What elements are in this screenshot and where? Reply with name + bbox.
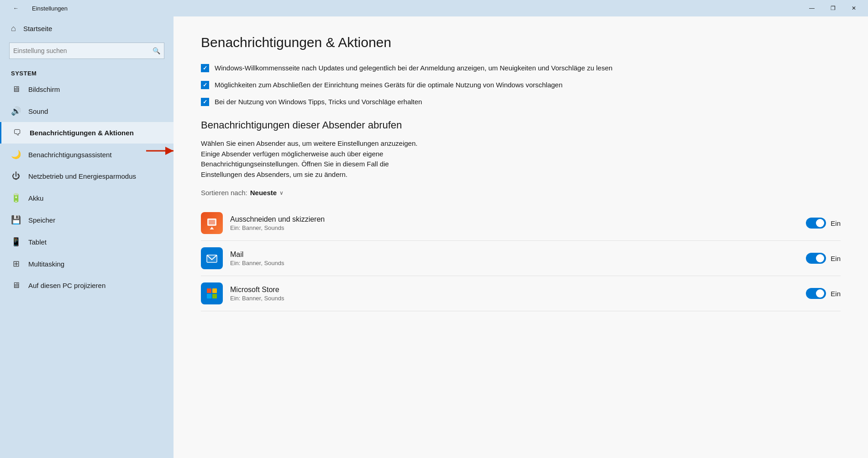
page-title: Benachrichtigungen & Aktionen	[201, 35, 841, 50]
toggle-area-snip: Ein	[806, 218, 841, 229]
section-description: Wählen Sie einen Absender aus, um weiter…	[201, 138, 841, 180]
home-label: Startseite	[23, 25, 52, 32]
sort-row: Sortieren nach: Neueste ∨	[201, 189, 841, 197]
sidebar-item-label: Benachrichtigungen & Aktionen	[30, 129, 134, 137]
akku-icon: 🔋	[11, 193, 21, 203]
sidebar-item-sound[interactable]: 🔊 Sound	[0, 100, 174, 122]
sidebar-item-speicher[interactable]: 💾 Speicher	[0, 209, 174, 231]
sidebar-item-label: Speicher	[28, 216, 55, 224]
toggle-mail[interactable]	[806, 253, 826, 264]
app-info-snip: Ausschneiden und skizzieren Ein: Banner,…	[230, 215, 799, 231]
title-bar: ← Einstellungen — ❐ ✕	[0, 0, 868, 16]
sidebar-item-netzbetrieb[interactable]: ⏻ Netzbetrieb und Energiesparmodus	[0, 165, 174, 187]
benachrichtigungen-icon: 🗨	[12, 128, 22, 138]
sidebar-item-label: Bildschirm	[28, 85, 60, 93]
checkbox-text-1: Windows-Willkommensseite nach Updates un…	[215, 63, 612, 73]
tablet-icon: 📱	[11, 237, 21, 247]
home-nav-item[interactable]: ⌂ Startseite	[0, 16, 174, 41]
app-sub-snip: Ein: Banner, Sounds	[230, 224, 799, 231]
svg-marker-3	[209, 227, 215, 229]
chevron-down-icon[interactable]: ∨	[279, 190, 284, 196]
sidebar-item-label: Sound	[28, 107, 48, 115]
app-sub-store: Ein: Banner, Sounds	[230, 295, 799, 302]
toggle-store[interactable]	[806, 288, 826, 299]
minimize-button[interactable]: —	[801, 0, 822, 16]
sidebar-item-label: Auf diesen PC projizieren	[28, 282, 105, 289]
app-icon-store	[201, 282, 223, 304]
sidebar-item-assistent[interactable]: 🌙 Benachrichtigungsassistent	[0, 144, 174, 165]
app-row-snip[interactable]: Ausschneiden und skizzieren Ein: Banner,…	[201, 206, 841, 241]
app-icon-snip	[201, 212, 223, 234]
search-icon: 🔍	[153, 47, 160, 54]
sidebar-item-benachrichtigungen[interactable]: 🗨 Benachrichtigungen & Aktionen	[0, 122, 174, 144]
checkbox-3[interactable]	[201, 98, 209, 106]
sound-icon: 🔊	[11, 106, 21, 116]
search-input[interactable]	[13, 47, 153, 54]
toggle-label-mail: Ein	[831, 255, 841, 262]
checkbox-item-2: Möglichkeiten zum Abschließen der Einric…	[201, 80, 841, 90]
close-button[interactable]: ✕	[843, 0, 864, 16]
app-info-mail: Mail Ein: Banner, Sounds	[230, 250, 799, 266]
svg-rect-8	[212, 288, 217, 293]
toggle-area-mail: Ein	[806, 253, 841, 264]
sidebar-item-label: Multitasking	[28, 260, 64, 268]
projizieren-icon: 🖥	[11, 281, 21, 290]
svg-rect-9	[207, 294, 211, 298]
netzbetrieb-icon: ⏻	[11, 171, 21, 181]
app-name-mail: Mail	[230, 250, 799, 259]
toggle-snip[interactable]	[806, 218, 826, 229]
sidebar-item-bildschirm[interactable]: 🖥 Bildschirm	[0, 79, 174, 100]
checkbox-text-2: Möglichkeiten zum Abschließen der Einric…	[215, 80, 563, 90]
sidebar-item-akku[interactable]: 🔋 Akku	[0, 187, 174, 209]
app-icon-mail	[201, 247, 223, 269]
checkbox-item-3: Bei der Nutzung von Windows Tipps, Trick…	[201, 97, 841, 107]
checkbox-item-1: Windows-Willkommensseite nach Updates un…	[201, 63, 841, 73]
window-title: Einstellungen	[32, 5, 68, 12]
speicher-icon: 💾	[11, 215, 21, 225]
checkbox-text-3: Bei der Nutzung von Windows Tipps, Trick…	[215, 97, 422, 107]
toggle-area-store: Ein	[806, 288, 841, 299]
sidebar-section-label: System	[0, 66, 174, 79]
checkbox-2[interactable]	[201, 81, 209, 89]
bildschirm-icon: 🖥	[11, 85, 21, 94]
app-row-mail[interactable]: Mail Ein: Banner, Sounds Ein	[201, 241, 841, 276]
window-controls: — ❐ ✕	[801, 0, 864, 16]
toggle-label-store: Ein	[831, 290, 841, 298]
multitasking-icon: ⊞	[11, 259, 21, 269]
main-panel: Benachrichtigungen & Aktionen Windows-Wi…	[174, 16, 868, 458]
app-name-store: Microsoft Store	[230, 286, 799, 294]
sort-label: Sortieren nach:	[201, 189, 247, 197]
svg-rect-10	[212, 294, 217, 298]
sidebar-item-label: Benachrichtigungsassistent	[28, 151, 112, 159]
app-sub-mail: Ein: Banner, Sounds	[230, 260, 799, 266]
section-heading: Benachrichtigungen dieser Absender abruf…	[201, 119, 841, 131]
sidebar: ⌂ Startseite 🔍 System 🖥 Bildschirm 🔊 Sou…	[0, 16, 174, 458]
toggle-label-snip: Ein	[831, 219, 841, 227]
app-row-store[interactable]: Microsoft Store Ein: Banner, Sounds Ein	[201, 276, 841, 311]
maximize-button[interactable]: ❐	[822, 0, 843, 16]
sidebar-item-label: Akku	[28, 194, 43, 202]
sidebar-item-label: Tablet	[28, 238, 47, 246]
sort-value: Neueste	[250, 189, 277, 197]
app-info-store: Microsoft Store Ein: Banner, Sounds	[230, 286, 799, 302]
back-button[interactable]: ←	[5, 0, 26, 16]
sidebar-item-multitasking[interactable]: ⊞ Multitasking	[0, 253, 174, 275]
search-box[interactable]: 🔍	[9, 43, 164, 59]
home-icon: ⌂	[11, 24, 16, 33]
assistent-icon: 🌙	[11, 149, 21, 160]
app-body: ⌂ Startseite 🔍 System 🖥 Bildschirm 🔊 Sou…	[0, 16, 868, 458]
app-name-snip: Ausschneiden und skizzieren	[230, 215, 799, 224]
svg-rect-4	[209, 220, 215, 224]
sidebar-item-tablet[interactable]: 📱 Tablet	[0, 231, 174, 253]
sidebar-item-projizieren[interactable]: 🖥 Auf diesen PC projizieren	[0, 275, 174, 296]
svg-rect-7	[207, 288, 211, 293]
checkbox-1[interactable]	[201, 64, 209, 72]
sidebar-item-label: Netzbetrieb und Energiesparmodus	[28, 172, 136, 180]
